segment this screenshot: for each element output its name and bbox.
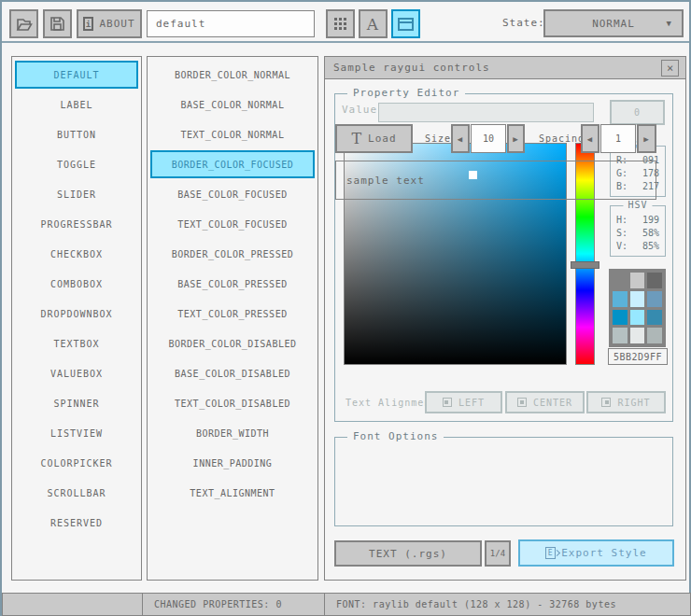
palette-swatch[interactable] (647, 310, 662, 326)
spacing-value[interactable]: 1 (600, 124, 636, 153)
list-item[interactable]: INNER_PADDING (150, 449, 315, 477)
list-item[interactable]: SLIDER (15, 180, 138, 208)
list-item[interactable]: BASE_COLOR_PRESSED (150, 270, 315, 298)
edit-style-mode-button[interactable] (326, 9, 355, 38)
hsv-row-v: V: 85% (611, 239, 665, 252)
palette-swatch[interactable] (630, 291, 645, 307)
align-center-icon (517, 398, 527, 407)
edit-font-mode-button[interactable]: A (359, 9, 388, 38)
sample-window-titlebar: Sample raygui controls × (325, 57, 685, 79)
size-increment-button[interactable]: ▶ (507, 124, 525, 153)
grid-icon (334, 18, 346, 30)
status-font-info: FONT: raylib default (128 x 128) - 32768… (324, 593, 691, 616)
list-item[interactable]: SCROLLBAR (15, 479, 138, 507)
hsv-row-s: S: 58% (611, 226, 665, 239)
s-label: S: (616, 228, 628, 238)
list-item[interactable]: BASE_COLOR_NORMAL (150, 91, 315, 119)
list-item[interactable]: BASE_COLOR_DISABLED (150, 359, 315, 387)
list-item[interactable]: BUTTON (15, 120, 138, 148)
folder-open-icon (16, 17, 33, 32)
list-item[interactable]: LISTVIEW (15, 419, 138, 447)
font-sample-textbox[interactable]: sample text (335, 161, 656, 200)
close-icon[interactable]: × (661, 60, 679, 77)
palette-swatch[interactable] (613, 291, 628, 307)
palette-swatch[interactable] (630, 328, 645, 343)
list-item[interactable]: BORDER_COLOR_DISABLED (150, 329, 315, 357)
font-options-group-label: Font Options (347, 430, 444, 442)
list-item[interactable]: TEXT_ALIGNMENT (150, 479, 315, 507)
export-format-button[interactable]: TEXT (.rgs) (334, 540, 482, 567)
right-arrow-icon: ▶ (513, 134, 518, 144)
floppy-disk-icon (49, 16, 65, 32)
list-item[interactable]: TOGGLE (15, 150, 138, 178)
align-left-button[interactable]: LEFT (425, 391, 502, 413)
open-file-button[interactable] (9, 9, 38, 38)
style-name-input[interactable] (147, 10, 315, 37)
list-item[interactable]: VALUEBOX (15, 359, 138, 387)
value-apply-button[interactable]: 0 (610, 100, 665, 125)
list-item[interactable]: TEXT_COLOR_FOCUSED (150, 210, 315, 238)
export-style-button[interactable]: E Export Style (518, 539, 674, 567)
align-center-label: CENTER (533, 398, 572, 408)
export-icon: E (545, 547, 556, 559)
align-right-button[interactable]: RIGHT (586, 391, 666, 413)
sample-controls-window: Sample raygui controls × Property Editor… (324, 56, 686, 581)
value-input[interactable] (378, 103, 594, 122)
list-item[interactable]: TEXT_COLOR_NORMAL (150, 120, 315, 148)
list-item[interactable]: BORDER_COLOR_NORMAL (150, 61, 315, 89)
font-load-button[interactable]: T Load (335, 124, 413, 153)
format-page-indicator-button[interactable]: 1/4 (485, 540, 511, 567)
list-item[interactable]: RESERVED (15, 509, 138, 537)
style-properties-list: BORDER_COLOR_NORMALBASE_COLOR_NORMALTEXT… (147, 56, 318, 581)
list-item[interactable]: DEFAULT (15, 61, 138, 89)
export-style-label: Export Style (561, 547, 646, 559)
sample-window-title: Sample raygui controls (325, 62, 490, 74)
list-item[interactable]: SPINNER (15, 389, 138, 417)
hsv-readout: HSV H: 199 S: 58% V: 85% (610, 205, 666, 257)
palette-swatch[interactable] (630, 310, 645, 326)
list-item[interactable]: COMBOBOX (15, 270, 138, 298)
palette-swatch[interactable] (647, 328, 662, 343)
hex-color-value[interactable]: 5BB2D9FF (608, 348, 668, 365)
size-decrement-button[interactable]: ◀ (451, 124, 470, 153)
palette-swatch[interactable] (647, 291, 662, 307)
list-item[interactable]: LABEL (15, 91, 138, 119)
window-panel-icon (398, 18, 414, 31)
hsv-row-h: H: 199 (611, 213, 665, 226)
v-value: 85% (642, 241, 659, 251)
list-item[interactable]: PROGRESSBAR (15, 210, 138, 238)
save-file-button[interactable] (43, 9, 72, 38)
state-dropdown[interactable]: NORMAL ▼ (543, 9, 684, 37)
hue-slider-handle[interactable] (571, 261, 599, 269)
list-item[interactable]: TEXTBOX (15, 329, 138, 357)
align-left-icon (443, 398, 452, 407)
list-item[interactable]: DROPDOWNBOX (15, 300, 138, 328)
palette-swatch[interactable] (613, 310, 628, 326)
state-label: State: (502, 17, 545, 29)
list-item[interactable]: BORDER_COLOR_FOCUSED (150, 150, 315, 178)
list-item[interactable]: COLORPICKER (15, 449, 138, 477)
palette-swatch[interactable] (630, 273, 645, 288)
spacing-decrement-button[interactable]: ◀ (581, 124, 599, 153)
state-dropdown-value: NORMAL (545, 11, 682, 35)
palette-swatch[interactable] (613, 273, 628, 288)
list-item[interactable]: BORDER_COLOR_PRESSED (150, 240, 315, 268)
show-controls-panel-button[interactable] (391, 9, 420, 38)
about-button[interactable]: i ABOUT (77, 9, 142, 38)
size-value[interactable]: 10 (471, 124, 506, 153)
palette-swatch[interactable] (647, 273, 662, 288)
style-color-palette (609, 269, 666, 347)
list-item[interactable]: BASE_COLOR_FOCUSED (150, 180, 315, 208)
list-item[interactable]: CHECKBOX (15, 240, 138, 268)
status-bar: CHANGED PROPERTIES: 0 FONT: raylib defau… (2, 593, 691, 616)
h-value: 199 (642, 215, 659, 225)
list-item[interactable]: BORDER_WIDTH (150, 419, 315, 447)
list-item[interactable]: TEXT_COLOR_PRESSED (150, 300, 315, 328)
spacing-increment-button[interactable]: ▶ (637, 124, 656, 153)
align-center-button[interactable]: CENTER (505, 391, 585, 413)
list-item[interactable]: TEXT_COLOR_DISABLED (150, 389, 315, 417)
align-left-label: LEFT (458, 398, 485, 408)
h-label: H: (616, 215, 628, 225)
controls-list: DEFAULTLABELBUTTONTOGGLESLIDERPROGRESSBA… (11, 56, 142, 581)
palette-swatch[interactable] (613, 328, 628, 343)
